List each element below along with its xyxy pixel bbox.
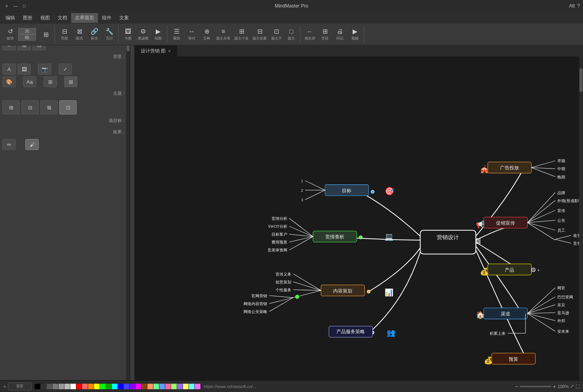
palette-green1[interactable] xyxy=(100,384,106,389)
table-s3[interactable]: ⊠ xyxy=(40,100,58,114)
text-btn[interactable]: A xyxy=(2,64,16,75)
style-grid-btn[interactable]: ⊞ xyxy=(64,76,77,87)
close-button[interactable]: × xyxy=(3,2,10,9)
svg-text:🏠: 🏠 xyxy=(476,311,485,319)
topic-replace-btn[interactable]: ↔替代 xyxy=(185,26,199,43)
insert-left-btn[interactable]: ←插左舒 xyxy=(303,26,317,43)
fullscreen-btn[interactable]: ⛶ xyxy=(575,384,580,389)
task-btn[interactable]: 🔧完计 xyxy=(102,26,117,43)
menu-shape[interactable]: 图形 xyxy=(19,13,36,23)
zoom-out-btn[interactable]: − xyxy=(515,383,518,390)
palette-custom4[interactable] xyxy=(165,384,171,389)
palette-gray3[interactable] xyxy=(58,384,64,389)
tab-close-btn[interactable]: × xyxy=(168,49,170,53)
topic-each-btn[interactable]: ⊞题主个各 xyxy=(233,26,250,43)
photo-btn[interactable]: 📷 xyxy=(38,64,51,75)
left-panel: 左界面页 ☰ ⊞ ⊟ ⊞ ≡ ⊞ ⊡ 背景： A xyxy=(0,12,130,380)
print-btn[interactable]: 🖨印记 xyxy=(333,26,347,43)
palette-brown[interactable] xyxy=(142,384,147,389)
palette-blue1[interactable] xyxy=(118,384,123,389)
style-btn[interactable]: ⊠版式 xyxy=(72,26,87,43)
window-controls[interactable]: × — □ xyxy=(3,2,28,9)
svg-text:营销设计: 营销设计 xyxy=(437,234,459,240)
style-shape-btn[interactable]: ⊞ xyxy=(43,76,57,87)
tab-design[interactable]: 设计营销 图 × xyxy=(134,45,177,56)
menu-component[interactable]: 组件 xyxy=(98,13,115,23)
palette-gray2[interactable] xyxy=(53,384,58,389)
table-s2[interactable]: ⊟ xyxy=(21,100,39,114)
palette-red2[interactable] xyxy=(82,384,88,389)
svg-text:费用预算: 费用预算 xyxy=(272,240,287,244)
effect-brush-btn[interactable]: 🖌 xyxy=(25,139,39,150)
palette-black[interactable] xyxy=(35,384,40,389)
palette-yellow[interactable] xyxy=(94,384,100,389)
palette-gray4[interactable] xyxy=(64,384,70,389)
topic-in-btn[interactable]: ⊡题主于 xyxy=(269,26,283,43)
zoom-in-btn[interactable]: + xyxy=(553,383,556,390)
panel-scrollbar[interactable] xyxy=(126,12,130,380)
effects-label: 效果： xyxy=(2,128,128,136)
tab-bar: 设计营销 图 × xyxy=(134,45,583,56)
table-s1[interactable]: ⊞ xyxy=(2,100,20,114)
palette-blue2[interactable] xyxy=(124,384,129,389)
page-thumbnail[interactable]: 背景 xyxy=(8,383,32,390)
page-sort-btn[interactable]: ⊞页排 xyxy=(318,26,332,43)
menu-view[interactable]: 视图 xyxy=(36,13,54,23)
toolbar-topic-group: ☰题型 ↔替代 ⊕主树 ≡题主关系 ⊞题主个各 ⊟题主佐案 ⊡题主于 □题主 xyxy=(168,26,300,43)
palette-custom1[interactable] xyxy=(147,384,153,389)
topic-rel-btn[interactable]: ≡题主关系 xyxy=(215,26,232,43)
palette-red1[interactable] xyxy=(76,384,82,389)
palette-custom9[interactable] xyxy=(195,384,200,389)
palette-custom5[interactable] xyxy=(171,384,177,389)
effects-row: ✏ 🖌 xyxy=(2,139,128,150)
maximize-button[interactable]: □ xyxy=(21,2,28,9)
menu-text[interactable]: 文案 xyxy=(115,13,133,23)
right-scrollbar[interactable] xyxy=(579,56,583,380)
topic-main-btn[interactable]: ⊕主树 xyxy=(200,26,214,43)
palette-white[interactable] xyxy=(70,384,76,389)
palette-green2[interactable] xyxy=(106,384,111,389)
note-btn[interactable]: 🔗标注 xyxy=(87,26,102,43)
menu-doc[interactable]: 文档 xyxy=(54,13,71,23)
effect-pen-btn[interactable]: ✏ xyxy=(2,139,16,150)
layout-btn[interactable]: ⊟导图 xyxy=(57,26,72,43)
palette-gray1[interactable] xyxy=(47,384,52,389)
style-font-btn[interactable]: Aa xyxy=(23,76,36,87)
svg-point-4 xyxy=(371,190,374,193)
check-btn[interactable]: ✓ xyxy=(58,64,72,75)
zoom-slider[interactable] xyxy=(520,386,551,387)
palette-custom2[interactable] xyxy=(153,384,159,389)
fit-btn[interactable]: ⤢ xyxy=(570,384,574,389)
page-controls: + 背景 xyxy=(3,383,32,390)
minimize-button[interactable]: — xyxy=(12,2,19,9)
svg-text:💰: 💰 xyxy=(480,267,489,276)
video-btn[interactable]: ▶视频 xyxy=(348,26,362,43)
style-color-btn[interactable]: 🎨 xyxy=(2,76,16,87)
undo-button[interactable]: ↺旋转 xyxy=(3,26,17,43)
palette-custom3[interactable] xyxy=(159,384,165,389)
topic-btn[interactable]: □题主 xyxy=(284,26,298,43)
gallery-btn[interactable]: ⚙图迹图 xyxy=(136,26,150,43)
palette-custom7[interactable] xyxy=(183,384,189,389)
topic-case-btn[interactable]: ⊟题主佐案 xyxy=(251,26,268,43)
menu-leftui[interactable]: 左界面页 xyxy=(71,13,98,23)
align-button[interactable]: ⊞ xyxy=(39,26,53,43)
page-add-icon[interactable]: + xyxy=(3,383,6,390)
menu-edit[interactable]: 编辑 xyxy=(2,13,19,23)
palette-purple[interactable] xyxy=(130,384,135,389)
topic-type-btn[interactable]: ☰题型 xyxy=(170,26,184,43)
table-s4[interactable]: ⊡ xyxy=(59,100,77,114)
palette-pink[interactable] xyxy=(136,384,141,389)
palette-custom6[interactable] xyxy=(177,384,183,389)
size-input-2[interactable] xyxy=(18,34,36,41)
anim-btn[interactable]: ▶动图 xyxy=(151,26,165,43)
palette-orange[interactable] xyxy=(88,384,94,389)
image-btn[interactable]: 🖼卡图 xyxy=(121,26,135,43)
palette-custom8[interactable] xyxy=(189,384,194,389)
bg-label: 背景： xyxy=(2,52,128,60)
size-input-1[interactable] xyxy=(18,28,36,34)
palette-teal[interactable] xyxy=(112,384,117,389)
palette-dark[interactable] xyxy=(41,384,46,389)
toolbar-page-group: ←插左舒 ⊞页排 🖨印记 ▶视频 xyxy=(301,26,364,43)
img-btn[interactable]: 🖼 xyxy=(17,64,31,75)
